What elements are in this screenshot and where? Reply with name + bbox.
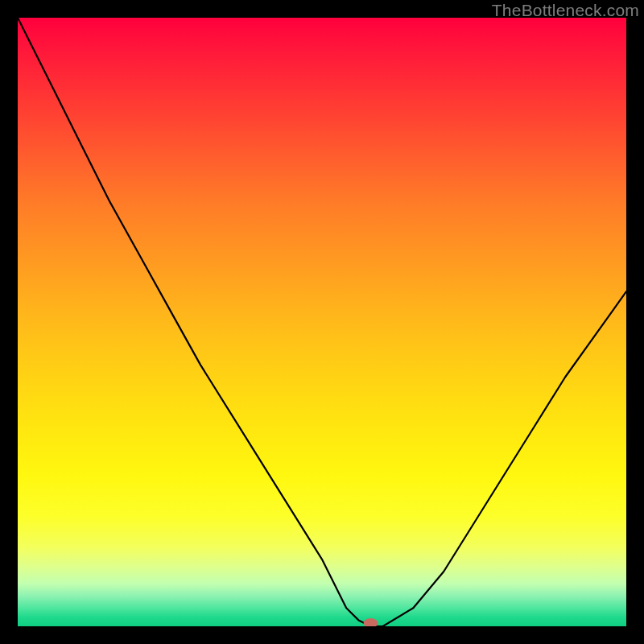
plot-area <box>18 18 626 626</box>
curve-layer <box>18 18 626 626</box>
chart-frame: TheBottleneck.com <box>0 0 644 644</box>
watermark-text: TheBottleneck.com <box>492 1 639 20</box>
bottleneck-curve <box>18 18 626 626</box>
optimal-point-marker <box>364 618 378 626</box>
